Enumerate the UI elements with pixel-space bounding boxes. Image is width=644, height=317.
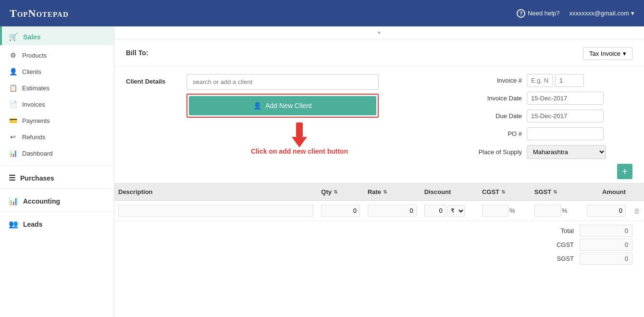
annotation-area: Click on add new client button [126, 118, 469, 155]
rate-sort-icon[interactable]: ⇅ [383, 189, 387, 195]
sidebar-accounting-header[interactable]: 📊 Accounting [0, 191, 114, 209]
sidebar-leads-header[interactable]: 👥 Leads [0, 214, 114, 232]
help-icon: ? [517, 9, 525, 18]
payments-icon: 💳 [9, 117, 17, 124]
arrow-head [292, 137, 307, 147]
client-details-label: Client Details [126, 74, 179, 118]
help-label: Need help? [528, 10, 560, 17]
add-new-client-button[interactable]: 👤 Add New Client [189, 96, 376, 115]
rate-input[interactable] [368, 205, 417, 217]
sidebar-invoices-label: Invoices [22, 101, 45, 108]
col-header-qty: Qty ⇅ [317, 183, 364, 201]
cgst-cell-group: % [482, 205, 527, 217]
sidebar-estimates-label: Estimates [22, 85, 50, 92]
sidebar-sales-header[interactable]: 🛒 Sales [0, 26, 114, 45]
due-date-input[interactable] [527, 110, 604, 122]
arrow-down-indicator [292, 122, 307, 147]
sidebar-item-estimates[interactable]: 📋 Estimates [0, 80, 114, 96]
totals-section: Total 0 CGST 0 SGST 0 [114, 221, 644, 268]
sidebar-item-invoices[interactable]: 📄 Invoices [0, 96, 114, 112]
total-label: Total [545, 227, 574, 234]
tax-invoice-label: Tax Invoice [589, 50, 620, 57]
sidebar-accounting-label: Accounting [23, 197, 60, 205]
table-header: Description Qty ⇅ Rate ⇅ [114, 183, 644, 201]
sgst-total-label: SGST [545, 255, 574, 262]
sidebar-leads-label: Leads [23, 220, 42, 228]
bill-to-section: Bill To: Tax Invoice ▾ [114, 39, 644, 66]
sidebar-item-payments[interactable]: 💳 Payments [0, 112, 114, 129]
items-table: Description Qty ⇅ Rate ⇅ [114, 183, 644, 221]
qty-sort-icon[interactable]: ⇅ [334, 189, 337, 195]
clients-icon: 👤 [9, 68, 17, 75]
sales-icon: 🛒 [9, 32, 18, 41]
bill-to-label: Bill To: [126, 47, 148, 57]
due-date-label: Due Date [469, 112, 522, 120]
sidebar: 🛒 Sales ⚙ Products 👤 Clients 📋 Estimates… [0, 26, 114, 317]
qty-input[interactable] [321, 205, 360, 217]
sidebar-sales-label: Sales [23, 33, 41, 41]
client-search-input[interactable] [186, 74, 379, 90]
sgst-sort-icon[interactable]: ⇅ [553, 189, 557, 195]
sidebar-item-refunds[interactable]: ↩ Refunds [0, 129, 114, 145]
cell-amount [583, 201, 630, 221]
sgst-pct-label: % [562, 207, 568, 214]
col-header-sgst: SGST ⇅ [531, 183, 583, 201]
cgst-total-row: CGST 0 [545, 239, 632, 251]
content-area: ▾ Bill To: Tax Invoice ▾ Client Details [114, 26, 644, 317]
client-details-row: Client Details 👤 Add New Client [126, 66, 469, 118]
po-input[interactable] [527, 127, 604, 140]
tax-invoice-chevron: ▾ [623, 50, 626, 57]
tax-invoice-button[interactable]: Tax Invoice ▾ [583, 47, 632, 60]
sidebar-clients-label: Clients [22, 68, 41, 75]
cgst-sort-icon[interactable]: ⇅ [501, 189, 505, 195]
delete-row-button[interactable]: 🗑 [633, 207, 640, 215]
discount-input[interactable] [424, 205, 446, 217]
invoice-date-label: Invoice Date [469, 95, 522, 102]
discount-currency-select[interactable]: ₹ % [447, 205, 465, 217]
po-row: PO # [469, 127, 632, 140]
add-client-btn-wrapper: 👤 Add New Client [186, 94, 379, 118]
sidebar-item-clients[interactable]: 👤 Clients [0, 63, 114, 80]
add-row-button[interactable]: + [617, 164, 632, 179]
add-client-user-icon: 👤 [253, 102, 261, 110]
sidebar-sales-items: ⚙ Products 👤 Clients 📋 Estimates 📄 Invoi… [0, 45, 114, 163]
sidebar-refunds-label: Refunds [22, 134, 45, 141]
user-email-dropdown[interactable]: xxxxxxxx@gmail.com ▾ [570, 10, 634, 17]
place-supply-select[interactable]: Maharashtra Delhi Karnataka Tamil Nadu G… [527, 145, 606, 159]
col-header-rate: Rate ⇅ [364, 183, 421, 201]
total-value: 0 [580, 225, 632, 237]
purchases-icon: ☰ [9, 173, 15, 183]
place-supply-row: Place of Supply Maharashtra Delhi Karnat… [469, 145, 632, 159]
sidebar-purchases-header[interactable]: ☰ Purchases [0, 168, 114, 186]
invoice-date-row: Invoice Date [469, 92, 632, 105]
description-input[interactable] [118, 205, 313, 217]
po-label: PO # [469, 130, 522, 137]
cgst-input[interactable] [482, 205, 508, 217]
plus-btn-row: + [114, 164, 644, 183]
header: TopNotepad ? Need help? xxxxxxxx@gmail.c… [0, 0, 644, 26]
cell-action: 🗑 [630, 201, 644, 221]
invoices-icon: 📄 [9, 100, 17, 108]
sgst-cell-group: % [534, 205, 579, 217]
estimates-icon: 📋 [9, 84, 17, 92]
place-supply-label: Place of Supply [469, 148, 522, 156]
collapse-bar[interactable]: ▾ [114, 26, 644, 39]
col-header-description: Description [114, 183, 317, 201]
amount-input[interactable] [587, 205, 626, 217]
refunds-icon: ↩ [9, 133, 17, 141]
sidebar-divider-1 [0, 165, 114, 166]
cell-sgst: % [531, 201, 583, 221]
col-header-action [630, 183, 644, 201]
cell-cgst: % [478, 201, 531, 221]
help-button[interactable]: ? Need help? [517, 9, 560, 18]
add-client-label: Add New Client [265, 102, 312, 110]
sgst-input[interactable] [534, 205, 561, 217]
accounting-icon: 📊 [9, 196, 18, 206]
sidebar-divider-3 [0, 211, 114, 212]
sidebar-item-products[interactable]: ⚙ Products [0, 47, 114, 63]
invoice-number-input[interactable] [555, 74, 584, 87]
invoice-prefix-input[interactable] [527, 74, 553, 87]
sidebar-item-dashboard[interactable]: 📊 Dashboard [0, 145, 114, 161]
header-right: ? Need help? xxxxxxxx@gmail.com ▾ [517, 9, 634, 18]
invoice-date-input[interactable] [527, 92, 604, 105]
